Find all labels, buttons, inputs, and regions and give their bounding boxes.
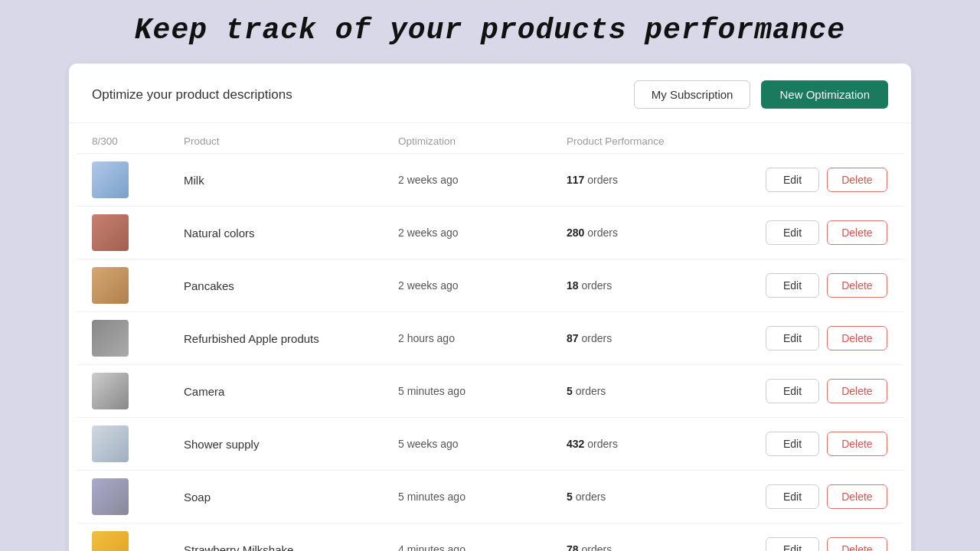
product-thumbnail	[92, 320, 129, 357]
my-subscription-button[interactable]: My Subscription	[634, 80, 751, 109]
edit-button[interactable]: Edit	[766, 273, 819, 298]
delete-button[interactable]: Delete	[827, 537, 887, 551]
product-image-cell	[92, 425, 184, 462]
product-performance: 280 orders	[567, 227, 766, 239]
product-thumbnail	[92, 425, 129, 462]
header-actions: My Subscription New Optimization	[634, 80, 888, 109]
optimization-time: 2 weeks ago	[398, 174, 567, 186]
card-header: Optimize your product descriptions My Su…	[69, 64, 911, 123]
row-actions: Edit Delete	[766, 537, 888, 551]
product-name: Strawberry Milkshake	[184, 543, 398, 552]
row-actions: Edit Delete	[766, 432, 888, 456]
delete-button[interactable]: Delete	[827, 484, 887, 509]
product-thumbnail	[92, 267, 129, 304]
table-header: 8/300 Product Optimization Product Perfo…	[77, 128, 903, 154]
product-name: Camera	[184, 385, 398, 398]
col-performance: Product Performance	[567, 135, 766, 147]
product-image-cell	[92, 161, 184, 198]
delete-button[interactable]: Delete	[827, 326, 887, 350]
optimization-time: 5 minutes ago	[398, 491, 567, 503]
table-row: Milk 2 weeks ago 117 orders Edit Delete	[77, 154, 903, 207]
product-performance: 117 orders	[567, 174, 766, 186]
edit-button[interactable]: Edit	[766, 432, 819, 456]
edit-button[interactable]: Edit	[766, 326, 819, 350]
product-image-cell	[92, 320, 184, 357]
product-thumbnail	[92, 214, 129, 251]
product-name: Pancakes	[184, 279, 398, 292]
table-row: Natural colors 2 weeks ago 280 orders Ed…	[77, 207, 903, 259]
optimization-time: 5 weeks ago	[398, 438, 567, 450]
row-actions: Edit Delete	[766, 273, 888, 298]
delete-button[interactable]: Delete	[827, 168, 887, 192]
product-performance: 78 orders	[567, 543, 766, 551]
row-actions: Edit Delete	[766, 379, 888, 403]
edit-button[interactable]: Edit	[766, 220, 819, 245]
table-row: Soap 5 minutes ago 5 orders Edit Delete	[77, 471, 903, 523]
table-container: 8/300 Product Optimization Product Perfo…	[69, 128, 911, 551]
col-count: 8/300	[92, 135, 184, 147]
table-row: Shower supply 5 weeks ago 432 orders Edi…	[77, 418, 903, 471]
product-image-cell	[92, 267, 184, 304]
product-thumbnail	[92, 373, 129, 409]
main-card: Optimize your product descriptions My Su…	[69, 64, 911, 551]
col-optimization: Optimization	[398, 135, 567, 147]
product-name: Milk	[184, 174, 398, 187]
product-name: Soap	[184, 491, 398, 504]
delete-button[interactable]: Delete	[827, 220, 887, 245]
edit-button[interactable]: Edit	[766, 379, 819, 403]
product-thumbnail	[92, 478, 129, 515]
product-performance: 432 orders	[567, 438, 766, 450]
product-image-cell	[92, 531, 184, 551]
row-actions: Edit Delete	[766, 168, 888, 192]
table-row: Strawberry Milkshake 4 minutes ago 78 or…	[77, 523, 903, 551]
product-name: Shower supply	[184, 438, 398, 451]
product-image-cell	[92, 373, 184, 409]
edit-button[interactable]: Edit	[766, 484, 819, 509]
product-image-cell	[92, 214, 184, 251]
product-name: Natural colors	[184, 227, 398, 240]
product-name: Refurbished Apple produts	[184, 332, 398, 345]
product-performance: 5 orders	[567, 385, 766, 397]
page-title: Keep track of your products performance	[0, 0, 980, 64]
edit-button[interactable]: Edit	[766, 537, 819, 551]
table-body: Milk 2 weeks ago 117 orders Edit Delete …	[77, 154, 903, 551]
row-actions: Edit Delete	[766, 484, 888, 509]
delete-button[interactable]: Delete	[827, 379, 887, 403]
product-thumbnail	[92, 161, 129, 198]
table-row: Camera 5 minutes ago 5 orders Edit Delet…	[77, 365, 903, 418]
table-row: Refurbished Apple produts 2 hours ago 87…	[77, 312, 903, 365]
optimization-time: 2 weeks ago	[398, 279, 567, 292]
product-performance: 18 orders	[567, 279, 766, 292]
delete-button[interactable]: Delete	[827, 432, 887, 456]
delete-button[interactable]: Delete	[827, 273, 887, 298]
product-performance: 87 orders	[567, 332, 766, 344]
row-actions: Edit Delete	[766, 326, 888, 350]
card-subtitle: Optimize your product descriptions	[92, 87, 292, 103]
product-image-cell	[92, 478, 184, 515]
product-thumbnail	[92, 531, 129, 551]
optimization-time: 2 weeks ago	[398, 227, 567, 239]
row-actions: Edit Delete	[766, 220, 888, 245]
optimization-time: 2 hours ago	[398, 332, 567, 344]
edit-button[interactable]: Edit	[766, 168, 819, 192]
table-row: Pancakes 2 weeks ago 18 orders Edit Dele…	[77, 259, 903, 312]
product-performance: 5 orders	[567, 491, 766, 503]
optimization-time: 4 minutes ago	[398, 543, 567, 551]
col-product: Product	[184, 135, 398, 147]
optimization-time: 5 minutes ago	[398, 385, 567, 397]
col-actions	[766, 135, 888, 147]
new-optimization-button[interactable]: New Optimization	[761, 80, 888, 109]
